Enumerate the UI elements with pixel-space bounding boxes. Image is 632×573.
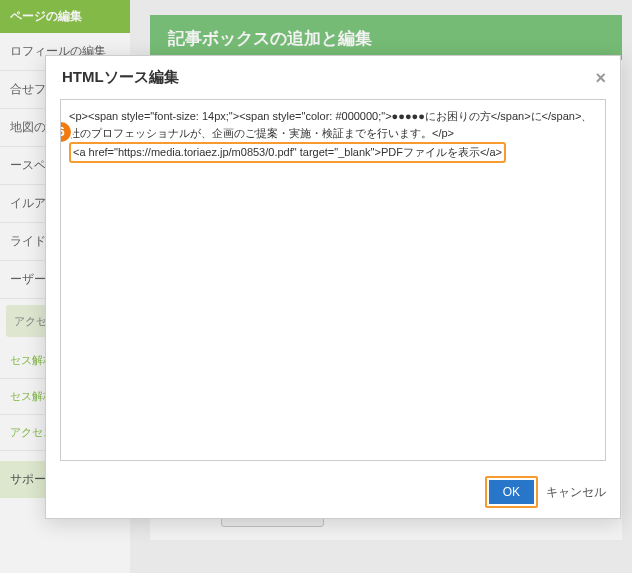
- close-icon[interactable]: ×: [595, 68, 606, 89]
- modal-title-text: HTMLソース編集: [62, 68, 179, 85]
- modal-title: HTMLソース編集 ×: [46, 56, 620, 99]
- ok-button[interactable]: OK: [489, 480, 534, 504]
- code-line: <a href="https://media.toriaez.jp/m0853/…: [73, 146, 502, 158]
- modal-footer: OK キャンセル: [485, 476, 606, 508]
- code-line: 社のプロフェッショナルが、企画のご提案・実施・検証までを行います。</p>: [69, 125, 597, 142]
- ok-highlight: OK: [485, 476, 538, 508]
- code-line: <p><span style="font-size: 14px;"><span …: [69, 108, 597, 125]
- cancel-button[interactable]: キャンセル: [546, 484, 606, 501]
- highlighted-code: <a href="https://media.toriaez.jp/m0853/…: [69, 142, 506, 163]
- html-source-editor[interactable]: 6 <p><span style="font-size: 14px;"><spa…: [60, 99, 606, 461]
- html-source-modal: HTMLソース編集 × 6 <p><span style="font-size:…: [45, 55, 621, 519]
